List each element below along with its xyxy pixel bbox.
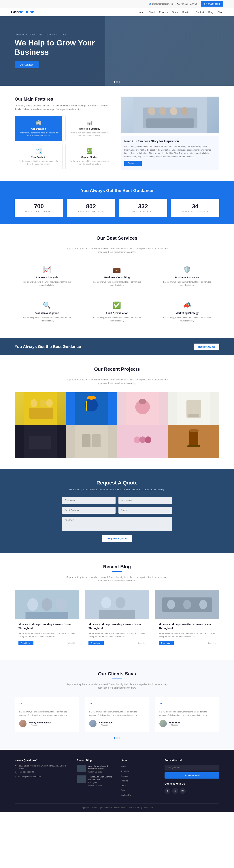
testimonial-name-3: Mark Huff bbox=[169, 721, 180, 724]
footer-link-projects[interactable]: Projects bbox=[121, 780, 128, 782]
service-investigation: 🔍 Global Investigation Far far away, beh… bbox=[15, 297, 79, 327]
project-item-8[interactable] bbox=[168, 425, 219, 458]
blog-read-more-2[interactable]: Read More bbox=[88, 641, 103, 645]
facebook-icon[interactable]: f bbox=[164, 788, 171, 794]
testimonial-avatar-2 bbox=[89, 720, 97, 727]
service-audit: ✅ Audit & Evaluation Far far away, behin… bbox=[85, 297, 149, 327]
footer-copyright: Copyright ©2022 All rights reserved | Th… bbox=[15, 803, 219, 809]
service-title-insurance: Business Insurance bbox=[159, 276, 215, 279]
blog-likes-3: Likes: 11 bbox=[208, 642, 215, 644]
footer-link-services[interactable]: Services bbox=[121, 775, 128, 777]
svg-point-50 bbox=[199, 600, 207, 609]
quote-lastname-input[interactable] bbox=[119, 497, 172, 504]
blog-section: Recent Blog Separated they live in, a sm… bbox=[0, 553, 234, 660]
testimonial-dot-2[interactable] bbox=[116, 737, 118, 739]
nav-projects[interactable]: Projects bbox=[159, 11, 167, 13]
footer-subscribe-button[interactable]: Subscribe Now! bbox=[164, 772, 219, 779]
footer-email-input[interactable] bbox=[164, 765, 219, 771]
testimonial-pagination bbox=[15, 737, 219, 739]
nav-team[interactable]: Team bbox=[172, 11, 178, 13]
request-quote-button[interactable]: Request Quote bbox=[194, 344, 219, 350]
project-item-6[interactable] bbox=[66, 425, 117, 458]
stat-customers: 802 SATISFIED CUSTOMER bbox=[67, 198, 115, 217]
blog-title: Recent Blog bbox=[15, 564, 219, 569]
stats-banner-title: You Always Get the Best Guidance bbox=[15, 188, 219, 193]
hero-dot-2[interactable] bbox=[116, 81, 118, 83]
address-icon: 📍 bbox=[15, 765, 17, 767]
svg-point-10 bbox=[46, 399, 53, 407]
blog-divider bbox=[112, 571, 122, 572]
quote-submit-button[interactable]: Request A Quote bbox=[102, 535, 132, 542]
project-item-1[interactable] bbox=[15, 392, 66, 425]
quote-email-input[interactable] bbox=[62, 507, 115, 514]
feature-team-image bbox=[121, 97, 219, 133]
features-boxes: 🏢 Organisation Far far away, behind the … bbox=[15, 116, 113, 169]
feature-box-capital: 💹 Capital Market Far far away, behind th… bbox=[66, 144, 113, 169]
footer-blog-text-2: Finance And Legal Working Streams Occur … bbox=[88, 775, 113, 786]
logo: Consolution bbox=[11, 10, 34, 14]
blog-read-more-1[interactable]: Read More bbox=[19, 641, 33, 645]
hero-tagline: TODAYS TALENT TOMORROWS SUCCESS bbox=[15, 34, 106, 36]
instagram-icon[interactable]: 📷 bbox=[180, 788, 186, 794]
quote-phone-input[interactable] bbox=[119, 507, 172, 514]
project-item-5[interactable]: MOCKUP bbox=[15, 425, 66, 458]
testimonials-description: Separated they live in, a small river na… bbox=[62, 683, 172, 690]
stat-number-experience: 34 bbox=[174, 203, 216, 210]
nav-about[interactable]: About bbox=[149, 11, 155, 13]
footer-connect-title: Connect With Us bbox=[164, 782, 219, 785]
quote-mark-2: " bbox=[89, 702, 145, 708]
hero-dot-1[interactable] bbox=[114, 81, 115, 83]
quote-firstname-input[interactable] bbox=[62, 497, 115, 504]
testimonial-text-1: Far far away, behind the word mountains,… bbox=[19, 710, 75, 717]
hero-cta-button[interactable]: Our Services bbox=[15, 61, 38, 68]
nav-home[interactable]: Home bbox=[138, 11, 144, 13]
blog-image-3 bbox=[155, 590, 219, 619]
testimonial-name-2: Harvey Clue bbox=[99, 721, 112, 724]
footer-link-home[interactable]: Home bbox=[121, 766, 126, 768]
footer-subscribe-title: Subscribe Us! bbox=[164, 759, 219, 762]
testimonial-dot-1[interactable] bbox=[114, 737, 115, 739]
footer-link-about[interactable]: About Us bbox=[121, 770, 129, 772]
nav-services[interactable]: Services bbox=[182, 11, 191, 13]
testimonial-author-1: Mandy Handelsman — Manager bbox=[19, 720, 75, 727]
capital-icon: 💹 bbox=[69, 148, 109, 154]
svg-rect-34 bbox=[187, 445, 200, 447]
service-desc-marketing-strategy: Far far away, behind the word mountains,… bbox=[159, 316, 215, 322]
stat-number-customers: 802 bbox=[70, 203, 112, 210]
testimonial-card-3: " Far far away, behind the word mountain… bbox=[155, 697, 219, 732]
features-section: Our Main Features Do for way behind the … bbox=[0, 86, 234, 181]
project-item-7[interactable] bbox=[117, 425, 168, 458]
svg-point-42 bbox=[101, 597, 111, 609]
footer-blog-post-title-2: Finance And Legal Working Streams Occur … bbox=[88, 775, 113, 784]
email-contact: ✉ email@consolution.com bbox=[149, 3, 173, 5]
footer-link-team[interactable]: Team bbox=[121, 784, 126, 786]
main-nav: Consolution Home About Projects Team Ser… bbox=[0, 8, 234, 16]
testimonial-card-1: " Far far away, behind the word mountain… bbox=[15, 697, 79, 732]
blog-image-2 bbox=[85, 590, 149, 619]
quote-message-input[interactable] bbox=[62, 517, 172, 531]
footer-blog-item-1: Given the list of recent happening event… bbox=[77, 765, 113, 773]
footer-link-blog[interactable]: Blog bbox=[121, 789, 125, 791]
project-item-4[interactable] bbox=[168, 392, 219, 425]
blog-read-more-3[interactable]: Read More bbox=[159, 641, 174, 645]
project-item-2[interactable] bbox=[66, 392, 117, 425]
story-contact-button[interactable]: Contact Us bbox=[124, 161, 142, 166]
blog-post-title-3: Finance And Legal Working Streams Occur … bbox=[159, 623, 215, 630]
twitter-icon[interactable]: 𝕏 bbox=[172, 788, 178, 794]
nav-contact[interactable]: Contact bbox=[196, 11, 204, 13]
svg-rect-45 bbox=[99, 610, 135, 619]
feature-box-organisation: 🏢 Organisation Far far away, behind the … bbox=[15, 116, 62, 141]
service-title-marketing-strategy: Marketing Strategy bbox=[159, 312, 215, 314]
hero-dot-3[interactable] bbox=[119, 81, 120, 83]
testimonial-dot-3[interactable] bbox=[119, 737, 120, 739]
svg-point-39 bbox=[56, 598, 67, 611]
stat-experience: 34 YEARS OF EXPERIENCE bbox=[171, 198, 219, 217]
footer-link-contact[interactable]: Contact Us bbox=[121, 794, 131, 796]
free-consulting-button[interactable]: Free Consulting bbox=[201, 1, 223, 7]
features-title: Our Main Features bbox=[15, 97, 113, 102]
project-item-3[interactable] bbox=[117, 392, 168, 425]
nav-shop[interactable]: Shop bbox=[217, 11, 223, 13]
stat-label-awards: AWARDS RECEIVED bbox=[122, 211, 164, 213]
nav-blog[interactable]: Blog bbox=[208, 11, 213, 13]
quote-mark-3: " bbox=[159, 702, 215, 708]
